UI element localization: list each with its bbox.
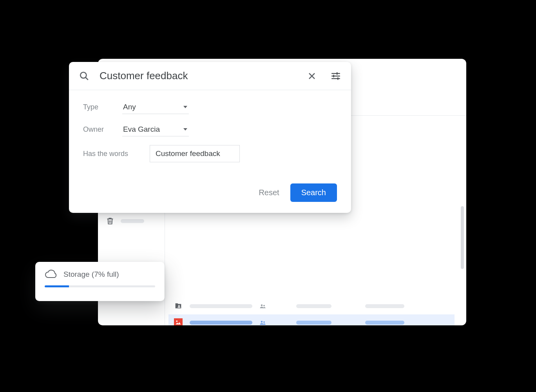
filter-label-words: Has the words bbox=[83, 150, 150, 158]
svg-rect-29 bbox=[337, 72, 337, 75]
svg-point-16 bbox=[176, 321, 178, 322]
search-query[interactable]: Customer feedback bbox=[100, 70, 297, 82]
cloud-icon bbox=[45, 270, 57, 279]
svg-rect-31 bbox=[337, 77, 338, 80]
nav-placeholder bbox=[121, 219, 144, 223]
svg-rect-27 bbox=[331, 75, 340, 76]
image-file-icon bbox=[174, 318, 183, 325]
tune-icon[interactable] bbox=[331, 71, 341, 81]
file-meta-placeholder bbox=[365, 304, 404, 308]
storage-progress bbox=[45, 285, 155, 287]
close-icon[interactable] bbox=[307, 71, 317, 81]
file-meta-placeholder bbox=[296, 321, 331, 325]
svg-point-17 bbox=[261, 321, 263, 323]
type-dropdown[interactable]: Any bbox=[122, 100, 189, 114]
sidebar-item-trash[interactable] bbox=[106, 217, 157, 225]
people-icon bbox=[259, 320, 266, 325]
has-words-input[interactable] bbox=[150, 145, 240, 162]
storage-row: Storage (7% full) bbox=[45, 270, 155, 279]
file-meta-placeholder bbox=[296, 304, 331, 308]
file-row-selected[interactable] bbox=[168, 314, 455, 325]
storage-fill bbox=[45, 285, 69, 287]
file-name-placeholder bbox=[190, 304, 252, 308]
filter-row-words: Has the words bbox=[83, 145, 337, 162]
owner-dropdown[interactable]: Eva Garcia bbox=[122, 123, 189, 136]
owner-dropdown-value: Eva Garcia bbox=[123, 125, 160, 134]
svg-rect-26 bbox=[331, 73, 340, 74]
scrollbar[interactable] bbox=[461, 206, 464, 269]
folder-shared-icon bbox=[174, 302, 183, 310]
filter-label-type: Type bbox=[83, 103, 122, 111]
search-body: Type Any Owner Eva Garcia Has the words bbox=[69, 90, 351, 178]
caret-down-icon bbox=[183, 106, 187, 108]
trash-icon bbox=[106, 217, 114, 225]
filter-row-type: Type Any bbox=[83, 100, 337, 114]
search-actions: Reset Search bbox=[69, 178, 351, 213]
svg-point-13 bbox=[261, 305, 263, 307]
search-icon[interactable] bbox=[79, 71, 89, 81]
caret-down-icon bbox=[183, 128, 187, 131]
search-button[interactable]: Search bbox=[290, 183, 337, 202]
svg-point-12 bbox=[178, 305, 180, 307]
svg-point-25 bbox=[80, 72, 86, 78]
file-list bbox=[168, 298, 455, 325]
file-name-placeholder bbox=[190, 321, 252, 325]
svg-point-18 bbox=[263, 321, 265, 323]
svg-point-14 bbox=[263, 305, 265, 307]
storage-card[interactable]: Storage (7% full) bbox=[35, 262, 165, 301]
file-meta-placeholder bbox=[365, 321, 404, 325]
filter-label-owner: Owner bbox=[83, 125, 122, 134]
svg-rect-30 bbox=[333, 74, 334, 77]
storage-label: Storage (7% full) bbox=[63, 270, 119, 279]
type-dropdown-value: Any bbox=[123, 103, 136, 111]
people-icon bbox=[259, 303, 266, 309]
filter-row-owner: Owner Eva Garcia bbox=[83, 123, 337, 136]
svg-rect-28 bbox=[331, 78, 340, 79]
search-panel: Customer feedback Type Any Owner Eva Gar… bbox=[69, 62, 351, 213]
search-header: Customer feedback bbox=[69, 62, 351, 90]
reset-button[interactable]: Reset bbox=[259, 188, 279, 197]
file-row[interactable] bbox=[168, 298, 455, 314]
